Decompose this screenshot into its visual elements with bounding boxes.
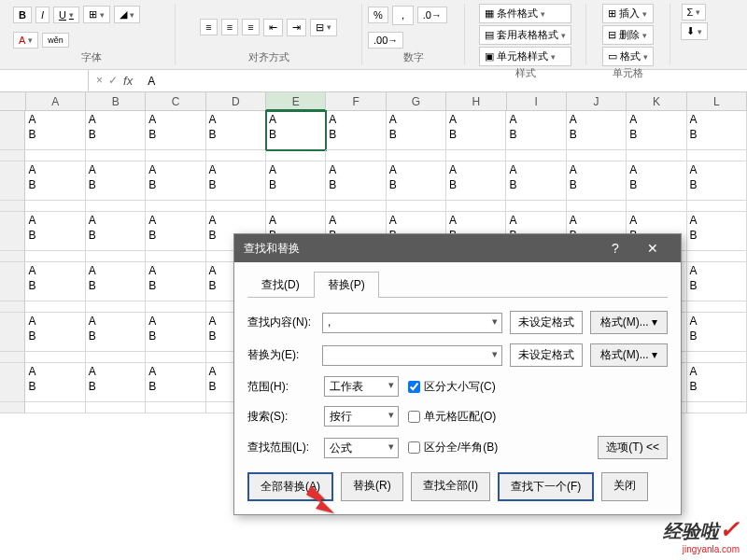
cell-style-button[interactable]: ▣单元格样式▾ xyxy=(479,47,571,66)
find-format-button[interactable]: 格式(M)... ▾ xyxy=(590,311,668,334)
cell[interactable] xyxy=(506,201,566,212)
col-header-L[interactable]: L xyxy=(687,92,747,111)
cell[interactable]: AB xyxy=(687,111,747,150)
cell[interactable]: AB xyxy=(687,161,747,201)
cell[interactable]: AB xyxy=(146,313,205,352)
formula-input[interactable]: A xyxy=(140,75,747,88)
cell[interactable] xyxy=(687,301,747,313)
whole-cell-checkbox[interactable]: 单元格匹配(O) xyxy=(408,409,496,425)
cell[interactable] xyxy=(387,150,446,161)
cell[interactable] xyxy=(86,251,146,262)
cell[interactable] xyxy=(446,201,506,212)
width-checkbox[interactable]: 区分全/半角(B) xyxy=(408,440,498,455)
cell[interactable]: AB xyxy=(387,111,446,150)
cell[interactable]: AB xyxy=(506,161,566,201)
row-header[interactable] xyxy=(0,262,25,301)
row-header[interactable] xyxy=(0,161,25,201)
autosum-button[interactable]: Σ▾ xyxy=(682,4,707,21)
cell[interactable]: AB xyxy=(627,161,686,201)
cell[interactable]: AB xyxy=(266,161,326,201)
decimal-inc-button[interactable]: .0→ xyxy=(417,7,447,23)
cell[interactable]: AB xyxy=(567,111,627,150)
search-select[interactable]: 按行 xyxy=(324,406,399,427)
italic-button[interactable]: I xyxy=(35,7,49,23)
align-center-button[interactable]: ≡ xyxy=(221,19,238,35)
cell[interactable]: AB xyxy=(206,111,266,150)
row-header[interactable] xyxy=(0,363,25,402)
cell[interactable] xyxy=(627,201,686,212)
cell[interactable]: AB xyxy=(446,161,506,201)
format-button[interactable]: ▭格式▾ xyxy=(602,47,654,66)
indent-dec-button[interactable]: ⇤ xyxy=(263,19,283,36)
cell[interactable] xyxy=(146,352,205,363)
tab-find[interactable]: 查找(D) xyxy=(247,272,314,298)
row-header[interactable] xyxy=(0,201,25,212)
col-header-A[interactable]: A xyxy=(26,92,86,111)
cell[interactable]: AB xyxy=(687,313,747,352)
cell[interactable]: AB xyxy=(25,111,85,150)
fill-color-button[interactable]: ◢▾ xyxy=(114,6,140,23)
cell[interactable]: AB xyxy=(567,161,627,201)
cell[interactable]: AB xyxy=(146,363,205,402)
cell[interactable]: AB xyxy=(206,161,266,201)
replace-all-button[interactable]: 全部替换(A) xyxy=(247,472,333,501)
font-color-button[interactable]: A▾ xyxy=(13,32,38,49)
format-table-button[interactable]: ▤套用表格格式▾ xyxy=(479,25,571,45)
cell[interactable] xyxy=(567,150,627,161)
conditional-format-button[interactable]: ▦条件格式▾ xyxy=(479,4,571,23)
cell[interactable] xyxy=(446,150,506,161)
dialog-titlebar[interactable]: 查找和替换 ? ✕ xyxy=(234,234,681,262)
cell[interactable]: AB xyxy=(326,161,386,201)
cell[interactable] xyxy=(86,352,146,363)
border-button[interactable]: ⊞▾ xyxy=(83,6,110,23)
cell[interactable] xyxy=(506,150,566,161)
cancel-icon[interactable]: × xyxy=(96,74,103,88)
cell[interactable] xyxy=(687,402,747,413)
align-left-button[interactable]: ≡ xyxy=(200,19,217,35)
col-header-F[interactable]: F xyxy=(326,92,386,111)
cell[interactable] xyxy=(25,301,85,313)
cell[interactable]: AB xyxy=(687,212,747,251)
cell[interactable]: AB xyxy=(86,161,146,201)
cell[interactable]: AB xyxy=(687,363,747,402)
col-header-C[interactable]: C xyxy=(146,92,205,111)
cell[interactable] xyxy=(266,201,326,212)
col-header-G[interactable]: G xyxy=(387,92,446,111)
cell[interactable]: AB xyxy=(86,262,146,301)
options-button[interactable]: 选项(T) << xyxy=(598,436,668,459)
col-header-D[interactable]: D xyxy=(206,92,266,111)
insert-button[interactable]: ⊞插入▾ xyxy=(602,4,654,23)
cell[interactable]: AB xyxy=(25,161,85,201)
replace-format-button[interactable]: 格式(M)... ▾ xyxy=(590,343,668,367)
indent-inc-button[interactable]: ⇥ xyxy=(287,19,306,36)
col-header-K[interactable]: K xyxy=(627,92,686,111)
cell[interactable]: AB xyxy=(25,313,85,352)
cell[interactable] xyxy=(146,402,205,413)
cell[interactable]: AB xyxy=(687,262,747,301)
row-header[interactable] xyxy=(0,352,25,363)
percent-button[interactable]: % xyxy=(368,7,388,23)
cell[interactable] xyxy=(86,402,146,413)
cell[interactable]: AB xyxy=(86,363,146,402)
select-all-corner[interactable] xyxy=(0,92,26,111)
scope-select[interactable]: 工作表 xyxy=(324,376,399,397)
cell[interactable]: AB xyxy=(387,161,446,201)
cell[interactable] xyxy=(687,251,747,262)
cell[interactable]: AB xyxy=(627,111,686,150)
replace-one-button[interactable]: 替换(R) xyxy=(341,472,403,501)
cell[interactable]: AB xyxy=(146,111,205,150)
cell[interactable] xyxy=(25,201,85,212)
cell[interactable]: AB xyxy=(25,262,85,301)
cell[interactable] xyxy=(206,150,266,161)
cell[interactable]: AB xyxy=(86,111,146,150)
cell[interactable] xyxy=(266,150,326,161)
cell[interactable]: AB xyxy=(146,262,205,301)
cell[interactable] xyxy=(326,150,386,161)
cell[interactable] xyxy=(146,251,205,262)
cell[interactable] xyxy=(146,150,205,161)
col-header-E[interactable]: E xyxy=(266,92,326,111)
col-header-H[interactable]: H xyxy=(446,92,506,111)
col-header-I[interactable]: I xyxy=(507,92,567,111)
cell[interactable]: AB xyxy=(25,363,85,402)
cell[interactable] xyxy=(25,402,85,413)
